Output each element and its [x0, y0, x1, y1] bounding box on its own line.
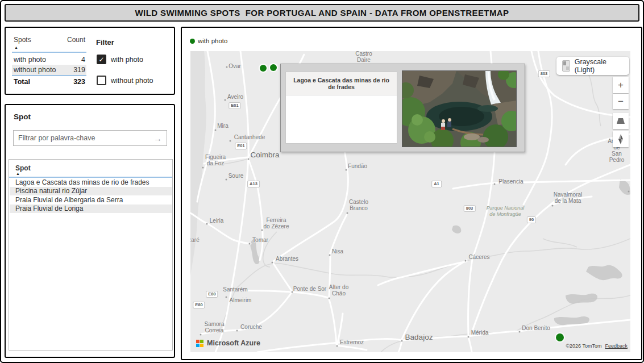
map-city-label: Cantanhede: [234, 134, 265, 140]
filter-option-label: with photo: [111, 56, 143, 64]
arrow-right-icon[interactable]: →: [153, 133, 162, 143]
map-copyright: ©2026 TomTom Feedback: [566, 343, 628, 349]
map-city-label: Coruche: [240, 324, 262, 330]
pitch-button[interactable]: [613, 113, 629, 129]
map-tooltip: Lagoa e Cascata das minas de rio de frad…: [280, 64, 525, 152]
checkbox-unchecked-icon[interactable]: [97, 76, 106, 85]
map-city-label: Parque Nacional de Monfragüe: [487, 205, 525, 218]
map-city-label: Ponte de Sor: [293, 286, 326, 292]
map-city-label: Badajoz: [405, 333, 433, 341]
compass-icon: [617, 133, 625, 145]
map-city-label: Nisa: [332, 248, 343, 254]
list-item[interactable]: Praia Fluvial de Albergaria da Serra: [10, 195, 172, 205]
map-legend: with photo: [190, 37, 227, 44]
city-dot: [336, 345, 338, 347]
map-city-label: Mérida: [471, 329, 489, 336]
map-city-label: Plasencia: [498, 178, 523, 185]
road-badge: 803: [464, 205, 476, 212]
city-dot: [401, 340, 403, 342]
city-dot: [347, 212, 348, 214]
map-city-label: Tomar: [252, 237, 268, 243]
road-badge: E80: [206, 291, 218, 298]
map-city-label: Almeirim: [230, 297, 252, 303]
city-dot: [226, 66, 228, 68]
map-city-label: Mira: [217, 123, 228, 129]
total-divider: [12, 75, 86, 76]
spot-panel: Spot Filtrar por palavra-chave → Spot ▲ …: [5, 104, 175, 358]
waterfall-pool-photo: [402, 70, 517, 147]
list-item[interactable]: Piscina natural rio Zújar: [10, 187, 172, 196]
spot-marker[interactable]: [556, 333, 564, 341]
map-style-button[interactable]: Grayscale (Light): [556, 57, 629, 75]
city-dot: [552, 205, 554, 207]
city-dot: [628, 191, 630, 193]
search-input[interactable]: Filtrar por palavra-chave →: [13, 130, 167, 146]
page-title: WILD SWIMMING SPOTS FOR PORTUGAL AND SPA…: [135, 8, 509, 18]
map-city-label: zaré: [190, 237, 200, 243]
road-badge: 90: [527, 216, 536, 223]
city-dot: [202, 167, 204, 169]
column-header-count[interactable]: Count: [67, 36, 85, 44]
map-canvas[interactable]: OvarCastro DaireAveiroMiraCantanhedeCoim…: [190, 51, 630, 352]
checkbox-checked-icon[interactable]: ✓: [97, 55, 106, 64]
table-total-row: Total 323: [12, 77, 86, 87]
spot-marker[interactable]: [260, 65, 267, 72]
sort-ascending-icon: ▲: [16, 172, 20, 176]
map-city-label: Ferreira do Zêzere: [263, 217, 289, 230]
row-value: 4: [81, 56, 85, 64]
table-row[interactable]: without photo319: [12, 65, 86, 75]
map-city-label: Coimbra: [250, 151, 279, 159]
azure-attribution: Microsoft Azure: [196, 339, 260, 347]
city-dot: [200, 334, 202, 336]
map-style-icon: [562, 60, 570, 72]
filter-option[interactable]: without photo: [97, 76, 153, 85]
row-value: 319: [73, 66, 85, 74]
city-dot: [249, 243, 251, 245]
spot-list: Spot ▲ Lagoa e Cascata das minas de rio …: [9, 159, 173, 351]
spot-list-header[interactable]: Spot: [15, 164, 31, 172]
map-city-label: Figueira da Foz: [205, 154, 226, 166]
tilt-icon: [616, 117, 626, 125]
city-dot: [206, 223, 208, 225]
map-panel: with photo: [181, 27, 642, 360]
feedback-link[interactable]: Feedback: [605, 343, 628, 349]
map-city-label: Aveiro: [227, 94, 243, 100]
spot-marker[interactable]: [270, 64, 277, 71]
city-dot: [329, 298, 330, 299]
filter-option-label: without photo: [111, 77, 153, 85]
city-dot: [236, 330, 238, 332]
summary-filter-panel: Spots Count ▲ with photo4without photo31…: [5, 27, 175, 95]
city-dot: [226, 179, 227, 181]
map-city-label: Alter do Chão: [329, 284, 348, 297]
compass-button[interactable]: [613, 131, 629, 147]
city-dot: [226, 297, 227, 298]
road-badge: E01: [235, 143, 247, 149]
map-city-label: Navalmoral de la Mata: [554, 191, 583, 204]
map-style-label: Grayscale (Light): [575, 58, 624, 74]
legend-dot-icon: [190, 39, 195, 44]
zoom-out-button[interactable]: −: [613, 94, 629, 109]
city-dot: [465, 260, 467, 262]
city-dot: [261, 230, 263, 231]
list-item[interactable]: Praia Fluvial de Loriga: [10, 205, 172, 214]
tooltip-card: Lagoa e Cascata das minas de rio de frad…: [285, 72, 397, 144]
city-dot: [468, 336, 470, 338]
filter-option[interactable]: ✓with photo: [97, 55, 143, 64]
city-dot: [346, 169, 347, 171]
map-city-label: Ovar: [228, 63, 241, 69]
zoom-in-button[interactable]: +: [613, 77, 629, 93]
table-row[interactable]: with photo4: [12, 55, 86, 65]
city-dot: [519, 331, 521, 333]
legend-label: with photo: [198, 37, 227, 44]
map-city-label: Cáceres: [468, 254, 489, 260]
road-badge: E01: [228, 102, 240, 109]
map-city-label: Fundão: [348, 163, 367, 169]
copyright-text: ©2026 TomTom: [566, 343, 601, 349]
list-item[interactable]: Lagoa e Cascata das minas de rio de frad…: [10, 178, 172, 187]
city-dot: [225, 99, 226, 101]
total-value: 323: [73, 78, 85, 86]
sort-ascending-icon: ▲: [14, 45, 18, 49]
column-header-spots[interactable]: Spots: [14, 36, 31, 44]
road-badge: A1: [431, 181, 442, 187]
map-city-label: Abrantes: [276, 256, 298, 262]
